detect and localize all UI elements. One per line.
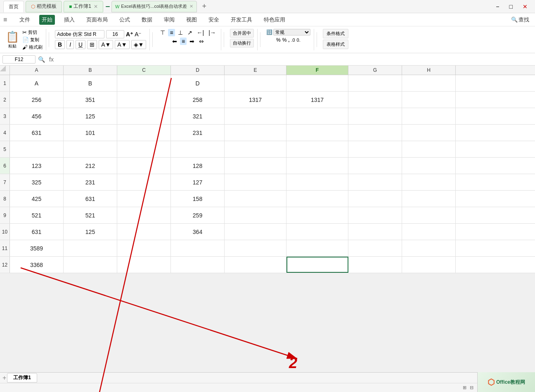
cell-c2[interactable]: [117, 92, 171, 108]
cell-b5[interactable]: [64, 141, 117, 157]
new-tab-button[interactable]: +: [202, 2, 206, 11]
align-center-button[interactable]: ≡: [180, 38, 187, 45]
row-header-11[interactable]: 11: [0, 240, 10, 256]
align-left-button[interactable]: ⬅: [170, 38, 179, 45]
col-header-c[interactable]: C: [117, 66, 171, 75]
cell-f6[interactable]: [286, 158, 348, 174]
col-header-d[interactable]: D: [171, 66, 225, 75]
cell-g5[interactable]: [348, 141, 402, 157]
row-header-5[interactable]: 5: [0, 141, 10, 157]
tab-home[interactable]: 首页: [3, 1, 24, 12]
menu-view[interactable]: 视图: [184, 15, 199, 25]
font-color-button[interactable]: A▼: [115, 40, 129, 49]
cell-h9[interactable]: [402, 207, 456, 223]
tab-excel[interactable]: W Excel表格技巧...col表格自动求差 ✕: [111, 1, 197, 12]
cell-g10[interactable]: [348, 224, 402, 240]
thousands-button[interactable]: ,: [288, 38, 289, 43]
cell-d9[interactable]: 259: [171, 207, 225, 223]
cell-f5[interactable]: [286, 141, 348, 157]
maximize-button[interactable]: □: [505, 2, 517, 11]
cell-c4[interactable]: [117, 125, 171, 141]
cell-f7[interactable]: [286, 174, 348, 190]
menu-formula[interactable]: 公式: [117, 15, 133, 25]
cell-g11[interactable]: [348, 240, 402, 256]
cell-f10[interactable]: [286, 224, 348, 240]
cell-c7[interactable]: [117, 174, 171, 190]
row-header-3[interactable]: 3: [0, 108, 10, 124]
cell-a6[interactable]: 123: [10, 158, 64, 174]
orientation-button[interactable]: ↗: [186, 29, 194, 36]
sheet-tab-workbook1[interactable]: 工作簿1: [7, 373, 37, 383]
row-header-9[interactable]: 9: [0, 207, 10, 223]
cell-g9[interactable]: [348, 207, 402, 223]
col-header-a[interactable]: A: [10, 66, 64, 75]
align-middle-button[interactable]: ≡: [168, 29, 175, 36]
cell-b4[interactable]: 101: [64, 125, 117, 141]
cell-e12[interactable]: [225, 257, 286, 273]
fill-color-button[interactable]: A▼: [99, 40, 113, 49]
cell-e10[interactable]: [225, 224, 286, 240]
cell-b3[interactable]: 125: [64, 108, 117, 124]
cell-d1[interactable]: D: [171, 75, 225, 91]
copy-button[interactable]: 📄 复制: [22, 37, 43, 43]
cell-d4[interactable]: 231: [171, 125, 225, 141]
row-header-10[interactable]: 10: [0, 224, 10, 240]
cell-c3[interactable]: [117, 108, 171, 124]
cell-e2[interactable]: 1317: [225, 92, 286, 108]
cell-d11[interactable]: [171, 240, 225, 256]
menu-page-layout[interactable]: 页面布局: [84, 15, 110, 25]
cell-h10[interactable]: [402, 224, 456, 240]
border-button[interactable]: ⊞: [87, 40, 97, 49]
minimize-button[interactable]: −: [492, 2, 503, 11]
menu-find[interactable]: 🔍 查找: [509, 15, 532, 25]
col-header-e[interactable]: E: [225, 66, 286, 75]
cell-a4[interactable]: 631: [10, 125, 64, 141]
cell-d5[interactable]: [171, 141, 225, 157]
cell-g2[interactable]: [348, 92, 402, 108]
cell-h4[interactable]: [402, 125, 456, 141]
cell-c8[interactable]: [117, 191, 171, 207]
cell-h2[interactable]: [402, 92, 456, 108]
indent-decrease-button[interactable]: ←|: [195, 29, 206, 36]
cell-g6[interactable]: [348, 158, 402, 174]
cell-f4[interactable]: [286, 125, 348, 141]
cell-g1[interactable]: [348, 75, 402, 91]
cell-e7[interactable]: [225, 174, 286, 190]
row-header-4[interactable]: 4: [0, 125, 10, 141]
cell-a3[interactable]: 456: [10, 108, 64, 124]
cell-b2[interactable]: 351: [64, 92, 117, 108]
cell-b1[interactable]: B: [64, 75, 117, 91]
row-header-6[interactable]: 6: [0, 158, 10, 174]
tab-workbook[interactable]: ■ 工作簿1 ✕: [64, 1, 103, 12]
cell-h11[interactable]: [402, 240, 456, 256]
cell-f1[interactable]: [286, 75, 348, 91]
table-style-button[interactable]: 表格样式: [323, 40, 348, 49]
cell-a9[interactable]: 521: [10, 207, 64, 223]
cell-f12[interactable]: [286, 257, 348, 273]
format-painter-button[interactable]: 🖌 格式刷: [22, 44, 43, 50]
col-header-f[interactable]: F: [286, 66, 348, 75]
cell-b11[interactable]: [64, 240, 117, 256]
cell-g4[interactable]: [348, 125, 402, 141]
cell-h3[interactable]: [402, 108, 456, 124]
cell-b8[interactable]: 631: [64, 191, 117, 207]
percent-button[interactable]: %: [282, 37, 287, 43]
cell-a11[interactable]: 3589: [10, 240, 64, 256]
increase-decimal-button[interactable]: .0: [291, 38, 295, 43]
row-header-1[interactable]: 1: [0, 75, 10, 91]
cell-b10[interactable]: 125: [64, 224, 117, 240]
cell-d2[interactable]: 258: [171, 92, 225, 108]
menu-data[interactable]: 数据: [139, 15, 155, 25]
conditional-format-button[interactable]: 条件格式: [323, 29, 348, 38]
cell-d3[interactable]: 321: [171, 108, 225, 124]
row-header-8[interactable]: 8: [0, 191, 10, 207]
cell-b7[interactable]: 231: [64, 174, 117, 190]
cell-c10[interactable]: [117, 224, 171, 240]
underline-button[interactable]: U: [76, 40, 85, 49]
font-size-decrease-button[interactable]: A⁻: [135, 31, 141, 38]
cell-a10[interactable]: 631: [10, 224, 64, 240]
menu-insert[interactable]: 插入: [62, 15, 77, 25]
cell-f11[interactable]: [286, 240, 348, 256]
menu-special[interactable]: 特色应用: [261, 15, 288, 25]
cell-h12[interactable]: [402, 257, 456, 273]
